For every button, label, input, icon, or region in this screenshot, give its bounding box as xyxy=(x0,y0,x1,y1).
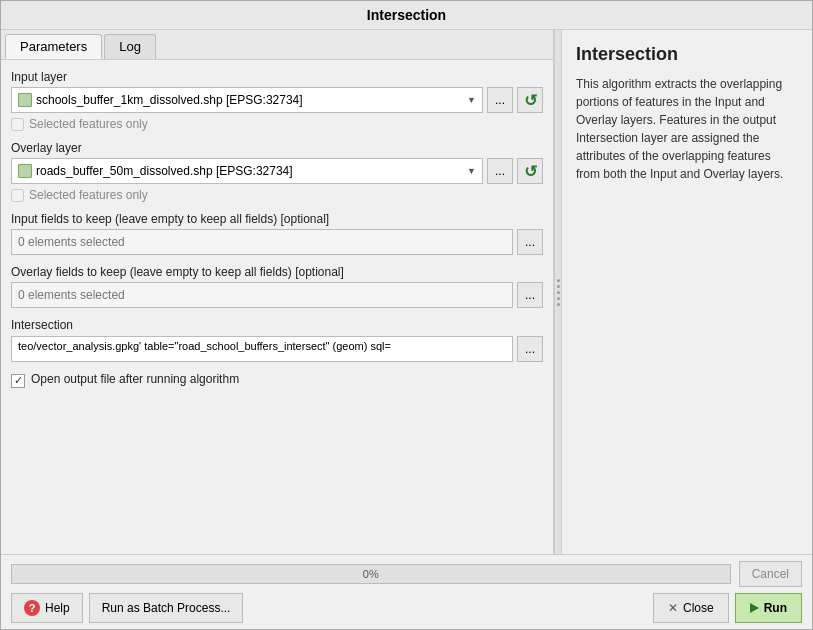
progress-row: 0% Cancel xyxy=(11,561,802,587)
input-layer-row: schools_buffer_1km_dissolved.shp [EPSG:3… xyxy=(11,87,543,113)
overlay-layer-label: Overlay layer xyxy=(11,141,543,155)
intersection-label: Intersection xyxy=(11,318,543,332)
close-button[interactable]: ✕ Close xyxy=(653,593,729,623)
open-output-checkbox[interactable]: ✓ xyxy=(11,374,25,388)
input-fields-group: Input fields to keep (leave empty to kee… xyxy=(11,212,543,255)
open-output-row: ✓ Open output file after running algorit… xyxy=(11,372,543,389)
cancel-button[interactable]: Cancel xyxy=(739,561,802,587)
parameters-panel: Input layer schools_buffer_1km_dissolved… xyxy=(1,60,553,554)
overlay-layer-browse-btn[interactable]: ... xyxy=(487,158,513,184)
input-fields-input[interactable] xyxy=(11,229,513,255)
intersection-browse-btn[interactable]: ... xyxy=(517,336,543,362)
help-icon: ? xyxy=(24,600,40,616)
panel-splitter[interactable] xyxy=(554,30,562,554)
input-layer-browse-btn[interactable]: ... xyxy=(487,87,513,113)
input-layer-combo[interactable]: schools_buffer_1km_dissolved.shp [EPSG:3… xyxy=(11,87,483,113)
splitter-dots xyxy=(557,279,560,306)
help-panel: Intersection This algorithm extracts the… xyxy=(562,30,812,554)
run-button[interactable]: Run xyxy=(735,593,802,623)
input-fields-browse-btn[interactable]: ... xyxy=(517,229,543,255)
overlay-layer-combo[interactable]: roads_buffer_50m_dissolved.shp [EPSG:327… xyxy=(11,158,483,184)
help-text: This algorithm extracts the overlapping … xyxy=(576,75,798,183)
tab-log[interactable]: Log xyxy=(104,34,156,59)
run-icon xyxy=(750,603,759,613)
overlay-layer-checkbox-row: Selected features only xyxy=(11,188,543,202)
overlay-refresh-icon: ↺ xyxy=(524,162,537,181)
run-button-label: Run xyxy=(764,601,787,615)
overlay-layer-group: Overlay layer roads_buffer_50m_dissolved… xyxy=(11,141,543,202)
tabs-bar: Parameters Log xyxy=(1,30,553,60)
input-layer-arrow: ▼ xyxy=(467,95,476,105)
input-fields-row: ... xyxy=(11,229,543,255)
overlay-selected-label: Selected features only xyxy=(29,188,148,202)
progress-bar: 0% xyxy=(11,564,731,584)
refresh-icon: ↺ xyxy=(524,91,537,110)
overlay-layer-icon xyxy=(18,164,32,178)
intersection-dialog: Intersection Parameters Log Input layer xyxy=(0,0,813,630)
input-selected-checkbox[interactable] xyxy=(11,118,24,131)
help-title: Intersection xyxy=(576,44,798,65)
help-button-label: Help xyxy=(45,601,70,615)
input-layer-checkbox-row: Selected features only xyxy=(11,117,543,131)
overlay-layer-row: roads_buffer_50m_dissolved.shp [EPSG:327… xyxy=(11,158,543,184)
intersection-group: Intersection teo/vector_analysis.gpkg' t… xyxy=(11,318,543,362)
input-fields-label: Input fields to keep (leave empty to kee… xyxy=(11,212,543,226)
intersection-output-value: teo/vector_analysis.gpkg' table="road_sc… xyxy=(11,336,513,362)
dialog-title: Intersection xyxy=(1,1,812,30)
batch-button[interactable]: Run as Batch Process... xyxy=(89,593,244,623)
input-layer-icon xyxy=(18,93,32,107)
open-output-label: Open output file after running algorithm xyxy=(31,372,239,386)
overlay-layer-refresh-btn[interactable]: ↺ xyxy=(517,158,543,184)
input-layer-refresh-btn[interactable]: ↺ xyxy=(517,87,543,113)
bottom-bar: 0% Cancel ? Help Run as Batch Process...… xyxy=(1,554,812,629)
overlay-fields-input[interactable] xyxy=(11,282,513,308)
help-button[interactable]: ? Help xyxy=(11,593,83,623)
overlay-fields-group: Overlay fields to keep (leave empty to k… xyxy=(11,265,543,308)
input-layer-label: Input layer xyxy=(11,70,543,84)
left-panel: Parameters Log Input layer schools_buffe… xyxy=(1,30,554,554)
input-layer-group: Input layer schools_buffer_1km_dissolved… xyxy=(11,70,543,131)
overlay-fields-row: ... xyxy=(11,282,543,308)
input-layer-value: schools_buffer_1km_dissolved.shp [EPSG:3… xyxy=(36,93,463,107)
overlay-layer-value: roads_buffer_50m_dissolved.shp [EPSG:327… xyxy=(36,164,463,178)
batch-button-label: Run as Batch Process... xyxy=(102,601,231,615)
overlay-fields-browse-btn[interactable]: ... xyxy=(517,282,543,308)
intersection-output-row: teo/vector_analysis.gpkg' table="road_sc… xyxy=(11,336,543,362)
tab-parameters[interactable]: Parameters xyxy=(5,34,102,59)
overlay-fields-label: Overlay fields to keep (leave empty to k… xyxy=(11,265,543,279)
close-icon: ✕ xyxy=(668,601,678,615)
overlay-selected-checkbox[interactable] xyxy=(11,189,24,202)
buttons-row: ? Help Run as Batch Process... ✕ Close R… xyxy=(11,593,802,623)
close-button-label: Close xyxy=(683,601,714,615)
dialog-body: Parameters Log Input layer schools_buffe… xyxy=(1,30,812,554)
input-selected-label: Selected features only xyxy=(29,117,148,131)
overlay-layer-arrow: ▼ xyxy=(467,166,476,176)
dialog-title-text: Intersection xyxy=(367,7,446,23)
progress-label: 0% xyxy=(363,568,379,580)
